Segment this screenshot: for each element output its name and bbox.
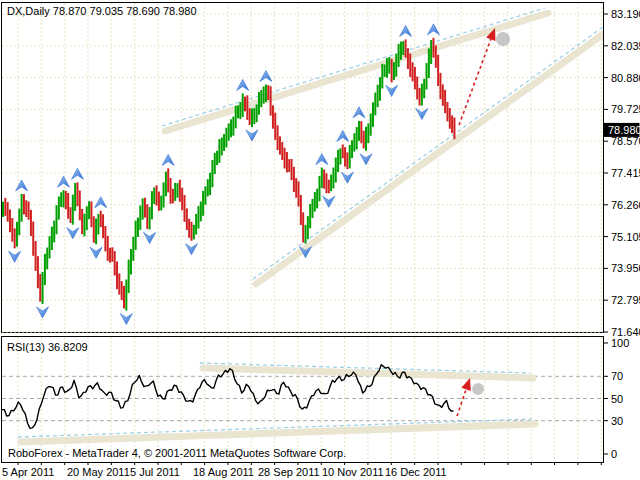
candlestick-bar (442, 84, 444, 105)
candlestick-bar (288, 159, 290, 172)
candlestick-bar (239, 102, 241, 119)
price-axis[interactable]: 83.19082.03580.88079.72578.57077.41576.2… (603, 8, 640, 460)
candlestick-bar (88, 201, 90, 219)
candlestick-bar (356, 127, 358, 149)
candlestick-bar (65, 191, 67, 209)
candlestick-bar (244, 97, 246, 112)
candlestick-bar (114, 251, 116, 275)
candlestick-bar (223, 134, 225, 151)
candlestick-bar (298, 181, 300, 206)
candlestick-bar (197, 206, 199, 228)
candlestick-bar (246, 95, 248, 120)
price-tick-label: 76.260 (611, 199, 640, 211)
main-chart-panel[interactable] (2, 3, 604, 333)
candlestick-bar (37, 256, 39, 288)
date-label: 10 Nov 2011 (322, 466, 384, 478)
candlestick-bar (214, 153, 216, 174)
candlestick-bar (263, 86, 265, 103)
candlestick-bar (277, 125, 279, 150)
price-tick-label: 72.795 (611, 294, 640, 306)
candlestick-bar (121, 281, 123, 300)
candlestick-bar (177, 183, 179, 197)
candlestick-bar (202, 191, 204, 216)
candlestick-bar (216, 151, 218, 165)
candlestick-bar (18, 209, 20, 236)
price-chart-canvas[interactable]: 83.19082.03580.88079.72578.57077.41576.2… (0, 0, 640, 480)
candlestick-bar (11, 218, 13, 242)
price-tick-label: 79.725 (611, 103, 640, 115)
price-tick-label: 75.105 (611, 231, 640, 243)
candlestick-bar (423, 79, 425, 98)
rsi-indicator-label: RSI(13) 36.8209 (7, 341, 88, 353)
candlestick-bar (90, 202, 92, 228)
candlestick-bar (253, 108, 255, 124)
candlestick-bar (207, 179, 209, 196)
candlestick-bar (449, 108, 451, 129)
candlestick-bar (74, 183, 76, 211)
candlestick-bar (316, 189, 318, 209)
candlestick-bar (344, 147, 346, 166)
candlestick-bar (83, 214, 85, 237)
candlestick-bar (163, 182, 165, 207)
candlestick-bar (311, 199, 313, 218)
candlestick-bar (395, 54, 397, 77)
candlestick-bar (56, 205, 58, 234)
candlestick-bar (30, 210, 32, 236)
candlestick-bar (353, 133, 355, 151)
candlestick-bar (190, 222, 192, 241)
candlestick-bar (230, 119, 232, 137)
candlestick-bar (370, 114, 372, 136)
candlestick-bar (53, 221, 55, 243)
candlestick-bar (111, 247, 113, 261)
candlestick-bar (360, 121, 362, 143)
candlestick-bar (60, 192, 62, 207)
candlestick-bar (184, 195, 186, 222)
candlestick-bar (79, 190, 81, 220)
rsi-tick-label: 0 (611, 448, 617, 460)
candlestick-bar (346, 152, 348, 169)
candlestick-bar (139, 206, 141, 230)
candlestick-bar (318, 176, 320, 201)
candlestick-bar (42, 272, 44, 304)
candlestick-bar (228, 123, 230, 140)
candlestick-bar (225, 128, 227, 148)
candlestick-bar (153, 187, 155, 204)
candlestick-bar (328, 180, 330, 194)
candlestick-bar (49, 236, 51, 258)
candlestick-bar (414, 67, 416, 90)
candlestick-bar (437, 55, 439, 86)
candlestick-bar (125, 280, 127, 311)
candlestick-bar (165, 172, 167, 197)
candlestick-bar (428, 48, 430, 78)
arrow-shadow-blob (472, 383, 484, 395)
candlestick-bar (407, 48, 409, 69)
candlestick-bar (270, 86, 272, 115)
candlestick-bar (432, 38, 434, 58)
candlestick-bar (284, 148, 286, 169)
arrow-shadow-blob (496, 32, 510, 46)
candlestick-bar (309, 204, 311, 228)
candlestick-bar (135, 221, 137, 250)
candlestick-bar (451, 115, 453, 133)
candlestick-bar (102, 214, 104, 238)
candlestick-bar (337, 150, 339, 172)
candlestick-bar (256, 104, 258, 122)
candlestick-bar (151, 191, 153, 219)
candlestick-bar (363, 131, 365, 149)
rsi-panel[interactable] (2, 337, 604, 463)
candlestick-bar (16, 222, 18, 247)
candlestick-bar (181, 188, 183, 211)
candlestick-bar (35, 241, 37, 271)
candlestick-bar (323, 170, 325, 189)
candlestick-bar (14, 228, 16, 248)
date-label: 16 Dec 2011 (385, 466, 447, 478)
candlestick-bar (351, 140, 353, 158)
candlestick-bar (100, 211, 102, 227)
candlestick-bar (325, 173, 327, 193)
candlestick-bar (97, 214, 99, 235)
candlestick-bar (379, 77, 381, 101)
candlestick-bar (335, 158, 337, 183)
time-axis[interactable]: 5 Apr 201120 May 20115 Jul 201118 Aug 20… (2, 466, 447, 478)
candlestick-bar (332, 168, 334, 189)
candlestick-bar (446, 102, 448, 121)
